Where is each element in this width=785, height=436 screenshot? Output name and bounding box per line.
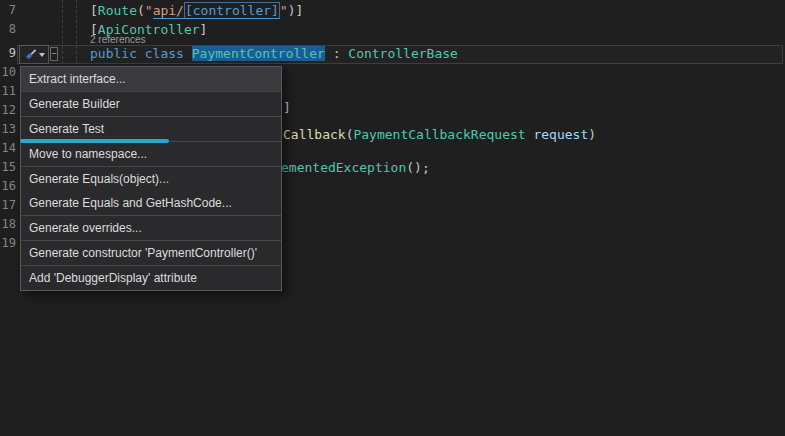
code-token: PaymentController xyxy=(192,46,325,61)
code-token: Callback xyxy=(283,127,346,142)
code-token: (); xyxy=(406,160,429,175)
code-line-8[interactable]: [ApiController] xyxy=(90,22,207,41)
line-number: 7 xyxy=(0,3,16,22)
code-line-7[interactable]: [Route("api/[controller]")] xyxy=(90,3,303,22)
menu-item-generate-constructor[interactable]: Generate constructor 'PaymentController(… xyxy=(21,241,281,265)
menu-item-add-debuggerdisplay[interactable]: Add 'DebuggerDisplay' attribute xyxy=(21,266,281,290)
menu-item-generate-equals-object[interactable]: Generate Equals(object)... xyxy=(21,167,281,191)
code-token: ] xyxy=(200,22,208,37)
code-token: [controller] xyxy=(184,2,280,19)
line-number: 11 xyxy=(0,84,16,103)
line-number: 10 xyxy=(0,65,16,84)
code-line-13[interactable]: Callback(PaymentCallbackRequest request) xyxy=(283,127,596,146)
line-number: 16 xyxy=(0,179,16,198)
code-token: Route xyxy=(98,3,137,18)
line-number: 13 xyxy=(0,122,16,141)
code-token: ControllerBase xyxy=(348,46,458,61)
code-token: ApiController xyxy=(98,22,200,37)
code-token: " xyxy=(145,3,153,18)
line-number: 19 xyxy=(0,236,16,255)
code-token: ) xyxy=(588,127,596,142)
code-line-15[interactable]: ementedException(); xyxy=(281,160,430,179)
menu-item-generate-builder[interactable]: Generate Builder xyxy=(21,92,281,116)
code-token: public xyxy=(90,46,137,61)
code-token: " xyxy=(280,3,288,18)
code-token: class xyxy=(145,46,184,61)
code-token: [ xyxy=(90,22,98,37)
code-token xyxy=(184,46,192,61)
code-token: ] xyxy=(283,100,291,115)
quick-actions-button[interactable] xyxy=(19,45,49,64)
code-token: ( xyxy=(137,3,145,18)
chevron-down-icon xyxy=(39,53,45,57)
code-token xyxy=(137,46,145,61)
menu-item-generate-equals-gethashcode[interactable]: Generate Equals and GetHashCode... xyxy=(21,191,281,215)
code-token: ementedException xyxy=(281,160,406,175)
fold-marker[interactable]: − xyxy=(50,47,58,61)
screwdriver-icon xyxy=(24,48,37,61)
generate-test-progress-bar xyxy=(20,139,169,143)
line-number: 15 xyxy=(0,160,16,179)
code-token: [ xyxy=(90,3,98,18)
line-number: 12 xyxy=(0,103,16,122)
line-number: 17 xyxy=(0,198,16,217)
line-number: 8 xyxy=(0,22,16,41)
code-line-9[interactable]: public class PaymentController : Control… xyxy=(90,46,458,65)
code-token: PaymentCallbackRequest xyxy=(353,127,525,142)
menu-separator xyxy=(21,141,281,142)
code-line-12[interactable]: ] xyxy=(283,100,291,119)
line-number: 9 xyxy=(0,46,16,65)
code-token: )] xyxy=(288,3,304,18)
line-number: 18 xyxy=(0,217,16,236)
code-token: : xyxy=(325,46,348,61)
menu-item-move-to-namespace[interactable]: Move to namespace... xyxy=(21,142,281,166)
context-menu: Extract interface... Generate Builder Ge… xyxy=(20,66,282,291)
menu-item-extract-interface[interactable]: Extract interface... xyxy=(21,67,281,91)
line-number: 14 xyxy=(0,141,16,160)
code-token: request xyxy=(533,127,588,142)
menu-item-generate-overrides[interactable]: Generate overrides... xyxy=(21,216,281,240)
menu-item-generate-test[interactable]: Generate Test xyxy=(21,117,281,141)
code-token: api/ xyxy=(153,3,184,19)
